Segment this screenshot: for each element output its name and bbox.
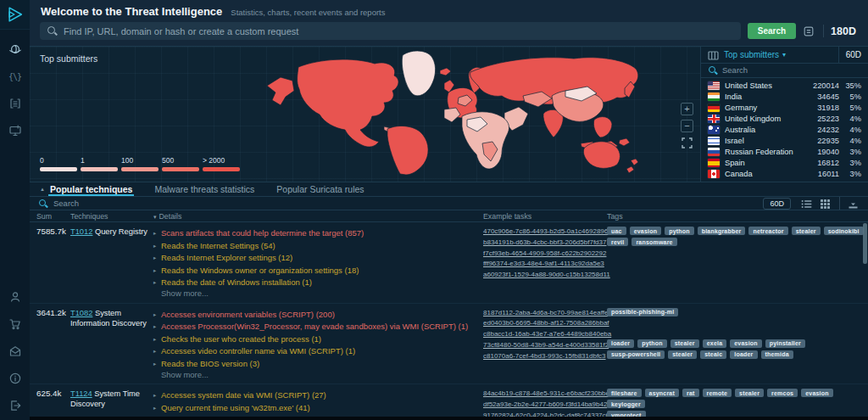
technique-link[interactable]: T1124 <box>70 389 92 398</box>
global-period[interactable]: 180D <box>831 25 858 37</box>
yara-rules-icon[interactable] <box>8 96 23 111</box>
mail-icon[interactable] <box>8 344 23 359</box>
example-task-link[interactable]: 8187d112-2aba-4d6a-bc70-99ae814eaffe <box>483 308 607 319</box>
tag[interactable]: rat <box>682 389 699 397</box>
detail-link[interactable]: Reads the Internet Settings (54) <box>161 241 275 250</box>
example-task-link[interactable]: a60923f1-1529-4a88-90d0-c15b13258d11 <box>483 270 607 281</box>
table-period-button[interactable]: 60D <box>763 198 791 210</box>
country-row[interactable]: Australia242324% <box>701 125 868 136</box>
col-example-tasks[interactable]: Example tasks <box>483 212 607 221</box>
tag[interactable]: uac <box>607 227 626 235</box>
table-search-input[interactable] <box>53 199 763 208</box>
show-more-link[interactable]: Show more... <box>161 288 483 300</box>
country-row[interactable]: Germany319185% <box>701 103 868 114</box>
tag[interactable]: stealer <box>735 389 764 397</box>
country-row[interactable]: Spain168123% <box>701 157 868 168</box>
country-row[interactable]: Russian Federation190403% <box>701 146 868 157</box>
info-icon[interactable] <box>8 371 23 386</box>
tag[interactable]: revil <box>607 238 628 246</box>
detail-link[interactable]: Accesses system date via WMI (SCRIPT) (2… <box>161 390 326 400</box>
detail-link[interactable]: Query current time using 'w32tm.exe' (41… <box>161 403 310 412</box>
tag[interactable]: exela <box>703 339 727 348</box>
tag[interactable]: python <box>637 339 667 348</box>
table-scrollbar[interactable] <box>863 223 867 264</box>
panel-search-input[interactable] <box>722 65 861 75</box>
tag[interactable]: ransomware <box>632 238 676 246</box>
detail-link[interactable]: Accesses video controller name via WMI (… <box>161 346 355 356</box>
profile-icon[interactable] <box>8 289 23 305</box>
tag[interactable]: sodinokibi <box>824 227 864 235</box>
chevron-down-icon[interactable]: ▾ <box>782 51 786 59</box>
example-task-link[interactable]: c81070a6-7cef-4bd3-993c-15fb831dbfc3 <box>483 351 607 362</box>
panel-title-dropdown[interactable]: Top submitters <box>724 50 779 59</box>
example-task-link[interactable]: b834191b-d63b-4cbc-bbf3-206d5bf7fd37 <box>483 238 607 249</box>
tag[interactable]: keylogger <box>607 400 645 408</box>
col-sum[interactable]: Sum <box>36 212 70 221</box>
detail-link[interactable]: Reads the date of Windows installation (… <box>161 277 312 287</box>
detail-link[interactable]: Checks the user who created the process … <box>161 334 321 344</box>
tag[interactable]: asyncrat <box>645 389 679 397</box>
world-heatmap[interactable] <box>260 48 648 177</box>
tag[interactable]: themida <box>761 350 793 359</box>
country-row[interactable]: India346455% <box>701 92 868 103</box>
map-zoom-out-button[interactable]: − <box>681 120 693 132</box>
tag[interactable]: stealer <box>668 350 697 359</box>
tag[interactable]: remote <box>703 389 732 397</box>
tag[interactable]: netreactor <box>748 227 787 235</box>
example-task-link[interactable]: 73cf8480-50d8-43b9-a54d-e400d33581f2 <box>483 340 607 351</box>
grid-view-icon[interactable] <box>820 198 832 210</box>
tag[interactable]: remcos <box>767 389 798 397</box>
panel-period[interactable]: 60D <box>838 47 861 63</box>
detail-link[interactable]: Reads Internet Explorer settings (12) <box>161 253 292 262</box>
detail-link[interactable]: Reads the Windows owner or organization … <box>161 266 359 275</box>
code-braces-icon[interactable]: {\} <box>8 69 23 84</box>
tag[interactable]: susp-powershell <box>607 350 665 359</box>
col-tags[interactable]: Tags <box>607 212 868 221</box>
tag[interactable]: possible-phishing-ml <box>607 308 678 316</box>
tab-popular-suricata-rules[interactable]: Popular Suricata rules <box>275 182 365 196</box>
example-task-link[interactable]: 470c906e-7c86-4493-b2d5-0a1c46928962 <box>483 227 607 238</box>
example-task-link[interactable]: f7cf93eb-4654-4909-958f-c622b2902292 <box>483 249 607 260</box>
request-presets-icon[interactable] <box>803 25 816 38</box>
threat-intel-icon[interactable] <box>8 42 23 57</box>
tag[interactable]: stealer <box>792 227 821 235</box>
tag[interactable]: loader <box>730 350 757 359</box>
tag[interactable]: loader <box>607 339 634 348</box>
main-search[interactable] <box>40 22 741 40</box>
tag[interactable]: pyinstaller <box>765 339 805 348</box>
map-fullscreen-button[interactable] <box>682 137 693 148</box>
example-task-link[interactable]: 84ac4b19-c878-48e5-931c-e6bacf230bbe <box>483 389 607 400</box>
tag[interactable]: evasion <box>801 389 832 397</box>
map-zoom-in-button[interactable]: + <box>681 103 693 115</box>
example-task-link[interactable]: df52a93e-2b2e-4277-b609-f3fd14ba9b42 <box>483 400 607 411</box>
example-task-link[interactable]: c8bacc1d-16ab-43e7-a7e6-4489cb840eba <box>483 329 607 340</box>
tag[interactable]: python <box>665 227 694 235</box>
country-row[interactable]: Israel229354% <box>701 135 868 146</box>
technique-link[interactable]: T1082 <box>70 309 92 317</box>
country-row[interactable]: Canada160113% <box>701 168 868 179</box>
search-button[interactable]: Search <box>748 23 796 39</box>
tag[interactable]: evasion <box>730 339 761 348</box>
tab-popular-techniques[interactable]: Popular techniques <box>48 182 134 196</box>
example-task-link[interactable]: fff96374-e3d3-48e4-9af1-4113c92da5e3 <box>483 259 607 270</box>
country-row[interactable]: United States22001435% <box>701 81 868 92</box>
country-row[interactable]: United Kingdom252234% <box>701 114 868 125</box>
tag[interactable]: stealer <box>670 339 699 348</box>
tab-malware-threats-statistics[interactable]: Malware threats statistics <box>153 182 256 196</box>
app-logo[interactable] <box>0 0 30 30</box>
logout-icon[interactable] <box>8 398 23 413</box>
col-techniques[interactable]: Techniques <box>70 212 153 221</box>
technique-link[interactable]: T1012 <box>70 227 92 236</box>
tag[interactable]: fileshare <box>607 389 642 397</box>
list-view-icon[interactable] <box>801 198 813 210</box>
col-details[interactable]: ▾Details <box>153 212 483 221</box>
tag[interactable]: evasion <box>630 227 661 235</box>
example-task-link[interactable]: ed0403b0-6695-48bb-af12-7508a286bbaf <box>483 318 607 329</box>
show-more-link[interactable]: Show more... <box>161 370 483 381</box>
detail-link[interactable]: Reads the BIOS version (3) <box>161 359 259 368</box>
sandbox-monitor-icon[interactable] <box>8 123 23 138</box>
tag[interactable]: blankgrabber <box>698 227 746 235</box>
export-download-icon[interactable] <box>848 198 860 210</box>
collapse-section-icon[interactable]: ▴ <box>36 186 48 193</box>
detail-link[interactable]: Accesses Processor(Win32_Processor, may … <box>161 322 468 331</box>
